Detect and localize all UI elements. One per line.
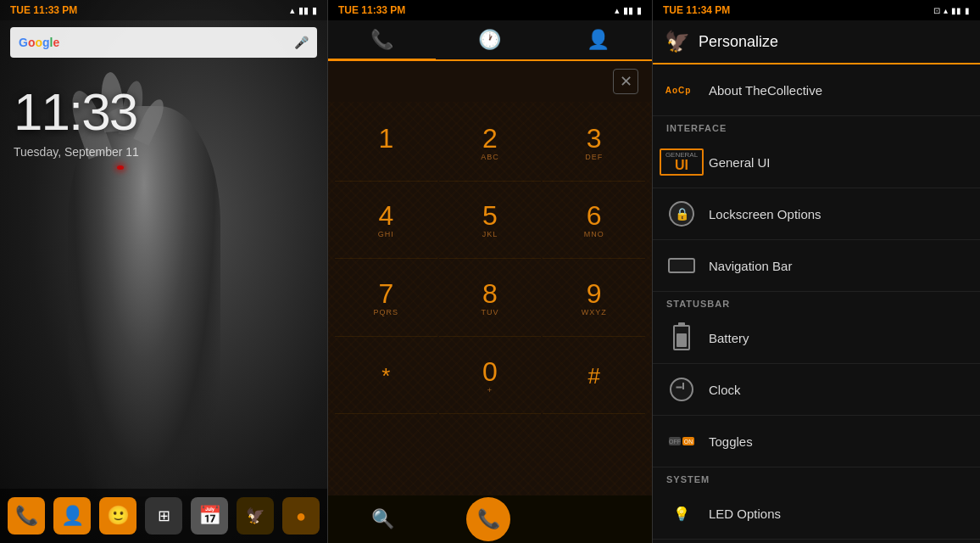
signal-icon: ▮▮ (298, 5, 309, 16)
clock-date: Tuesday, September 11 (14, 145, 314, 159)
statusbar: TUE 11:33 PM ▴ ▮▮ ▮ (0, 0, 327, 20)
key-3[interactable]: 3 DEF (543, 105, 645, 182)
key-8[interactable]: 8 TUV (439, 260, 542, 337)
dock-phone[interactable]: 📞 (8, 497, 45, 535)
toggles-label: Toggles (709, 434, 753, 449)
personalize-status-time: TUE 11:34 PM (663, 4, 730, 16)
personalize-panel: TUE 11:34 PM ⊡ ▴ ▮▮ ▮ 🦅 Personalize AoCp… (653, 0, 980, 543)
battery-menu-icon (666, 322, 697, 353)
dialer-tabs: 📞 🕐 👤 (328, 20, 652, 61)
personalize-status-icons: ⊡ ▴ ▮▮ ▮ (933, 6, 970, 15)
clock-menu-icon (666, 374, 697, 405)
general-ui-icon: GENERAL UI (666, 147, 697, 177)
dialer-statusbar: TUE 11:33 PM ▴ ▮▮ ▮ (328, 0, 652, 20)
personalize-title: Personalize (699, 33, 778, 51)
battery-icon: ▮ (637, 5, 642, 16)
key-4[interactable]: 4 GHI (335, 183, 437, 260)
call-icon: 📞 (477, 508, 500, 530)
status-time: TUE 11:33 PM (10, 4, 77, 16)
tab-recent[interactable]: 🕐 (436, 20, 543, 61)
phone-tab-icon: 📞 (370, 29, 393, 51)
dock-contacts[interactable]: 👤 (53, 497, 91, 535)
tab-contacts[interactable]: 👤 (544, 20, 652, 61)
dock-apps[interactable]: ⊞ (145, 497, 182, 535)
dock-messaging[interactable]: 🙂 (99, 497, 136, 535)
personalize-content: AoCp About TheCollective INTERFACE GENER… (653, 64, 980, 543)
menu-about[interactable]: AoCp About TheCollective (653, 64, 980, 116)
wifi-icon: ▴ (290, 5, 295, 16)
navbar-icon (666, 250, 697, 281)
navbar-label: Navigation Bar (709, 259, 792, 273)
tab-dialer[interactable]: 📞 (328, 20, 436, 61)
key-hash[interactable]: # (543, 339, 645, 415)
menu-clock[interactable]: Clock (653, 364, 980, 416)
lockscreen-icon: 🔒 (666, 199, 697, 229)
key-9[interactable]: 9 WXYZ (543, 260, 645, 337)
section-interface: INTERFACE (653, 116, 980, 137)
dock-calendar[interactable]: 📅 (191, 497, 228, 535)
key-6[interactable]: 6 MNO (543, 183, 645, 260)
signal-icon: ▮▮ (951, 6, 961, 15)
lockscreen-clock: 11:33 Tuesday, September 11 (0, 64, 327, 162)
battery-icon: ▮ (312, 5, 317, 16)
personalize-statusbar: TUE 11:34 PM ⊡ ▴ ▮▮ ▮ (653, 0, 980, 20)
wifi-icon: ▴ (615, 5, 620, 16)
clock-label: Clock (709, 383, 741, 397)
google-logo: Google (19, 36, 157, 49)
battery-icon: ▮ (965, 6, 970, 15)
key-5[interactable]: 5 JKL (439, 183, 542, 260)
recent-tab-icon: 🕐 (478, 29, 501, 51)
menu-lockscreen[interactable]: 🔒 Lockscreen Options (653, 188, 980, 240)
screenshot-icon: ⊡ (933, 6, 940, 15)
key-0[interactable]: 0 + (439, 339, 542, 415)
dock-aocp[interactable]: 🦅 (237, 497, 274, 535)
personalize-header: 🦅 Personalize (653, 20, 980, 64)
menu-led[interactable]: 💡 LED Options (653, 488, 980, 540)
signal-icon: ▮▮ (623, 5, 633, 16)
battery-label: Battery (709, 331, 749, 345)
wifi-icon: ▴ (944, 6, 948, 15)
aocp-icon: AoCp (666, 75, 697, 105)
toggles-icon: OFF ON (666, 426, 697, 456)
dialer-panel: TUE 11:33 PM ▴ ▮▮ ▮ 📞 🕐 👤 ✕ 1 · 2 ABC (327, 0, 653, 543)
menu-toggles[interactable]: OFF ON Toggles (653, 416, 980, 467)
call-button[interactable]: 📞 (466, 497, 510, 541)
led-label: LED Options (709, 507, 781, 521)
dialer-display: ✕ (328, 61, 652, 102)
menu-battery[interactable]: Battery (653, 312, 980, 364)
key-1[interactable]: 1 · (335, 105, 437, 182)
backspace-icon: ✕ (620, 72, 632, 91)
dialer-bottom-bar: 🔍 📞 (328, 495, 652, 543)
keypad: 1 · 2 ABC 3 DEF 4 GHI 5 JKL 6 MNO 7 PQRS… (328, 102, 652, 495)
key-star[interactable]: * (335, 339, 437, 415)
led-icon: 💡 (666, 498, 697, 529)
key-7[interactable]: 7 PQRS (335, 260, 437, 337)
dialer-status-time: TUE 11:33 PM (338, 4, 405, 16)
backspace-button[interactable]: ✕ (613, 69, 638, 94)
section-statusbar: STATUSBAR (653, 292, 980, 312)
menu-general-ui[interactable]: GENERAL UI General UI (653, 137, 980, 188)
clock-time: 11:33 (14, 81, 314, 142)
about-label: About TheCollective (709, 83, 822, 98)
dialer-status-icons: ▴ ▮▮ ▮ (615, 5, 642, 16)
personalize-header-icon: 🦅 (665, 30, 690, 53)
status-icons: ▴ ▮▮ ▮ (290, 5, 317, 16)
app-dock: 📞 👤 🙂 ⊞ 📅 🦅 ● (0, 489, 327, 543)
menu-nav-bar[interactable]: Navigation Bar (653, 240, 980, 292)
lockscreen-label: Lockscreen Options (709, 207, 821, 221)
search-button[interactable]: 🔍 (371, 508, 394, 530)
dock-coin[interactable]: ● (282, 497, 320, 535)
lockscreen-panel: TUE 11:33 PM ▴ ▮▮ ▮ Google 🎤 11:33 Tuesd… (0, 0, 327, 543)
section-system: SYSTEM (653, 467, 980, 488)
contacts-tab-icon: 👤 (587, 29, 610, 51)
mic-icon[interactable]: 🎤 (294, 36, 309, 49)
google-search-bar[interactable]: Google 🎤 (10, 27, 317, 58)
general-ui-label: General UI (709, 155, 771, 170)
key-2[interactable]: 2 ABC (439, 105, 542, 182)
